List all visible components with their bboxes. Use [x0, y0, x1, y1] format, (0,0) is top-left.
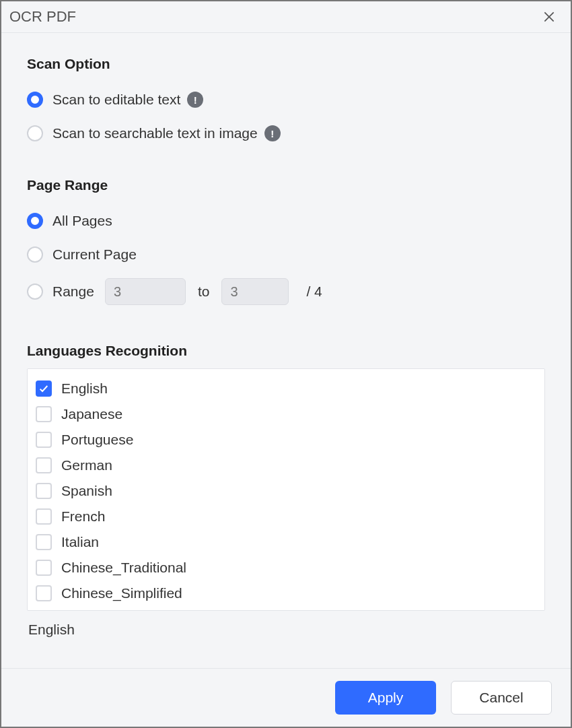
scan-editable-label: Scan to editable text: [52, 92, 180, 108]
page-range-title: Page Range: [27, 177, 545, 193]
language-checkbox[interactable]: [36, 585, 52, 601]
scan-searchable-label: Scan to searchable text in image: [52, 125, 258, 141]
language-item[interactable]: French: [28, 504, 544, 529]
language-label: Italian: [61, 534, 99, 550]
language-item[interactable]: Italian: [28, 529, 544, 555]
dialog-content: Scan Option Scan to editable text ! Scan…: [1, 33, 571, 668]
radio-scan-editable[interactable]: [27, 92, 43, 108]
all-pages-option[interactable]: All Pages: [27, 211, 545, 231]
language-label: English: [61, 380, 108, 397]
language-item[interactable]: German: [28, 453, 544, 478]
language-item[interactable]: Portuguese: [28, 427, 544, 453]
language-item[interactable]: English: [28, 376, 544, 401]
language-label: Spanish: [61, 483, 112, 499]
language-label: Japanese: [61, 406, 122, 422]
selected-languages-summary: English: [27, 611, 545, 649]
titlebar: OCR PDF: [1, 1, 571, 33]
info-icon[interactable]: !: [187, 92, 203, 108]
languages-list[interactable]: EnglishJapanesePortugueseGermanSpanishFr…: [27, 368, 545, 611]
language-checkbox[interactable]: [36, 406, 52, 422]
language-checkbox[interactable]: [36, 380, 52, 397]
dialog-footer: Apply Cancel: [1, 668, 571, 727]
radio-all-pages[interactable]: [27, 213, 43, 229]
languages-title: Languages Recognition: [27, 343, 545, 359]
language-item[interactable]: Spanish: [28, 478, 544, 504]
language-label: Chinese_Traditional: [61, 560, 186, 576]
range-separator: to: [198, 284, 210, 300]
scan-editable-option[interactable]: Scan to editable text !: [27, 90, 545, 110]
language-label: Chinese_Simplified: [61, 585, 182, 601]
range-from-input[interactable]: [105, 278, 186, 305]
language-checkbox[interactable]: [36, 432, 52, 448]
range-total: / 4: [306, 284, 322, 300]
language-label: Portuguese: [61, 432, 133, 448]
language-checkbox[interactable]: [36, 534, 52, 550]
apply-button[interactable]: Apply: [335, 681, 436, 715]
language-label: German: [61, 457, 112, 473]
range-option[interactable]: Range to / 4: [27, 278, 545, 305]
range-label: Range: [52, 284, 94, 300]
language-checkbox[interactable]: [36, 483, 52, 499]
scan-searchable-option[interactable]: Scan to searchable text in image !: [27, 123, 545, 143]
current-page-option[interactable]: Current Page: [27, 244, 545, 265]
range-to-input[interactable]: [221, 278, 289, 305]
cancel-button[interactable]: Cancel: [451, 681, 552, 715]
close-button[interactable]: [541, 9, 557, 25]
language-checkbox[interactable]: [36, 457, 52, 473]
language-checkbox[interactable]: [36, 508, 52, 525]
info-icon[interactable]: !: [264, 125, 281, 141]
scan-option-title: Scan Option: [27, 56, 545, 72]
close-icon: [542, 10, 556, 24]
language-label: French: [61, 508, 105, 525]
radio-scan-searchable[interactable]: [27, 125, 43, 141]
range-inputs: to / 4: [105, 278, 322, 305]
current-page-label: Current Page: [52, 246, 137, 263]
language-item[interactable]: Japanese: [28, 401, 544, 427]
language-item[interactable]: Chinese_Traditional: [28, 555, 544, 581]
radio-range[interactable]: [27, 284, 43, 300]
language-item[interactable]: Chinese_Simplified: [28, 581, 544, 606]
language-checkbox[interactable]: [36, 560, 52, 576]
all-pages-label: All Pages: [52, 213, 112, 229]
radio-current-page[interactable]: [27, 246, 43, 263]
window-title: OCR PDF: [9, 8, 76, 26]
